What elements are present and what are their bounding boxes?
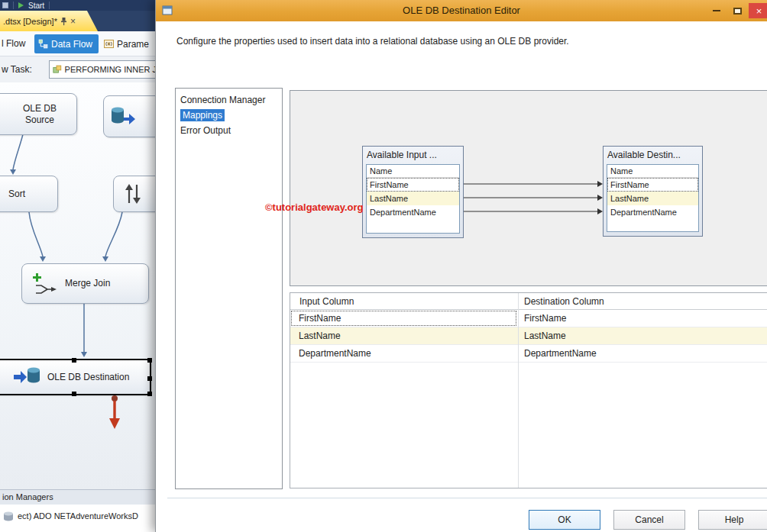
nav-item-label: Connection Manager: [180, 95, 265, 105]
tab-data-flow-label: Data Flow: [51, 39, 92, 50]
connection-manager-name: ect) ADO NETAdventureWorksD: [18, 511, 138, 521]
component-ole-db-destination[interactable]: OLE DB Destination: [0, 359, 151, 395]
nav-item-connection-manager[interactable]: Connection Manager: [176, 92, 282, 108]
task-selector-label: w Task:: [2, 64, 32, 75]
grid-cell-destination[interactable]: DepartmentName: [518, 345, 767, 362]
sort-arrows-icon: [123, 182, 143, 205]
task-dropdown[interactable]: PERFORMING INNER J: [49, 60, 157, 79]
input-column-row[interactable]: LastName: [367, 192, 459, 205]
database-destination-icon: [14, 367, 41, 387]
input-columns-name-header: Name: [367, 165, 459, 178]
destination-columns-list: Name FirstName LastName DepartmentName: [607, 164, 699, 232]
watermark-text: ©tutorialgateway.org: [265, 202, 364, 213]
ssis-designer-tabs: l Flow Data Flow Parame: [0, 31, 155, 56]
design-surface: OLE DB Source Sort: [0, 82, 155, 489]
destination-column-row[interactable]: LastName: [607, 192, 698, 205]
selection-handle[interactable]: [72, 358, 76, 363]
pin-icon[interactable]: [60, 17, 67, 26]
selection-handle[interactable]: [72, 392, 76, 396]
dialog-nav-panel: Connection Manager Mappings Error Output: [175, 88, 283, 489]
minimize-button[interactable]: [707, 3, 726, 18]
input-column-row[interactable]: FirstName: [367, 178, 459, 192]
screen: Start .dtsx [Design]* × l Flow Data Flow: [0, 0, 767, 532]
connection-managers-header: ion Managers: [0, 489, 155, 505]
toolbar-separator: [49, 2, 50, 9]
grid-cell-input[interactable]: FirstName: [290, 310, 517, 327]
selection-handle[interactable]: [147, 358, 152, 363]
document-tab-label: .dtsx [Design]*: [3, 17, 57, 26]
component-label: Sort: [8, 189, 25, 200]
data-flow-icon: [38, 39, 48, 49]
tab-data-flow[interactable]: Data Flow: [34, 34, 99, 53]
start-button[interactable]: Start: [28, 2, 44, 10]
vs-titlebar: Start: [0, 0, 155, 11]
grid-row: LastName LastName: [290, 327, 767, 345]
grid-header-row: Input Column Destination Column: [290, 293, 767, 310]
error-output-arrow[interactable]: [104, 392, 125, 435]
grid-cell-input[interactable]: LastName: [290, 327, 517, 344]
grid-row: DepartmentName DepartmentName: [290, 345, 767, 363]
ole-db-destination-editor-dialog: OLE DB Destination Editor × Configure th…: [155, 0, 767, 532]
cancel-button[interactable]: Cancel: [613, 510, 685, 530]
tab-parameters[interactable]: Parame: [104, 34, 154, 53]
destination-column-row[interactable]: FirstName: [607, 178, 698, 192]
selection-handle[interactable]: [147, 392, 152, 396]
grid-cell-destination[interactable]: FirstName: [518, 310, 767, 327]
tab-control-flow[interactable]: l Flow: [2, 38, 25, 49]
close-button[interactable]: ×: [749, 3, 767, 18]
ok-button[interactable]: OK: [529, 510, 600, 530]
available-destination-columns-box[interactable]: Available Destin... Name FirstName LastN…: [603, 146, 703, 237]
grid-row: FirstName FirstName: [290, 310, 767, 327]
mapping-designer-panel: Available Input ... Name FirstName LastN…: [290, 90, 767, 286]
maximize-button[interactable]: [728, 3, 746, 18]
data-flow-task-icon: [53, 64, 62, 75]
component-label: OLE DB Destination: [47, 372, 129, 383]
connection-manager-item[interactable]: ect) ADO NETAdventureWorksD: [0, 505, 155, 527]
component-ole-db-source[interactable]: OLE DB Source: [0, 93, 77, 135]
mapping-grid: Input Column Destination Column FirstNam…: [290, 292, 767, 488]
start-play-icon: [18, 2, 24, 8]
document-tab-strip: .dtsx [Design]* ×: [0, 11, 155, 31]
minimize-icon: [713, 10, 720, 11]
toolbar-separator: [13, 2, 14, 9]
grid-cell-input[interactable]: DepartmentName: [290, 345, 517, 362]
dialog-title: OLE DB Destination Editor: [156, 0, 767, 21]
tab-close-icon[interactable]: ×: [70, 18, 76, 25]
grid-column-divider: [518, 293, 519, 488]
tab-parameters-label: Parame: [117, 39, 149, 50]
destination-columns-name-header: Name: [607, 165, 698, 178]
input-column-row[interactable]: DepartmentName: [367, 205, 459, 219]
parameters-icon: [104, 39, 114, 49]
dialog-footer-separator: [167, 498, 767, 498]
component-sort[interactable]: Sort: [0, 176, 58, 212]
dialog-description: Configure the properties used to insert …: [176, 36, 746, 47]
task-selector-row: w Task: PERFORMING INNER J: [0, 56, 155, 82]
maximize-icon: [733, 8, 742, 15]
nav-item-label: Mappings: [180, 109, 225, 121]
nav-item-label: Error Output: [180, 125, 231, 136]
nav-item-mappings[interactable]: Mappings: [176, 108, 282, 123]
document-tab[interactable]: .dtsx [Design]* ×: [0, 11, 98, 31]
task-dropdown-value: PERFORMING INNER J: [65, 65, 157, 74]
grid-cell-destination[interactable]: LastName: [518, 327, 767, 344]
component-label: Merge Join: [65, 278, 110, 289]
destination-column-row[interactable]: DepartmentName: [607, 205, 698, 219]
merge-join-icon: [33, 273, 57, 295]
available-destination-columns-title[interactable]: Available Destin...: [604, 147, 702, 163]
grid-header-destination-column: Destination Column: [524, 293, 604, 310]
database-source-icon: [110, 105, 136, 128]
vs-window-icon: [2, 2, 8, 8]
available-input-columns-title[interactable]: Available Input ...: [363, 147, 463, 163]
input-columns-list: Name FirstName LastName DepartmentName: [366, 164, 460, 234]
nav-item-error-output[interactable]: Error Output: [176, 123, 282, 138]
close-icon: ×: [756, 5, 762, 17]
connection-manager-icon: [2, 511, 15, 522]
grid-header-input-column: Input Column: [299, 293, 354, 310]
component-label: OLE DB Source: [8, 103, 71, 126]
help-button[interactable]: Help: [698, 510, 767, 530]
available-input-columns-box[interactable]: Available Input ... Name FirstName LastN…: [362, 146, 464, 238]
selection-handle[interactable]: [147, 376, 152, 381]
component-merge-join[interactable]: Merge Join: [21, 263, 149, 304]
dialog-titlebar[interactable]: OLE DB Destination Editor ×: [156, 0, 767, 21]
